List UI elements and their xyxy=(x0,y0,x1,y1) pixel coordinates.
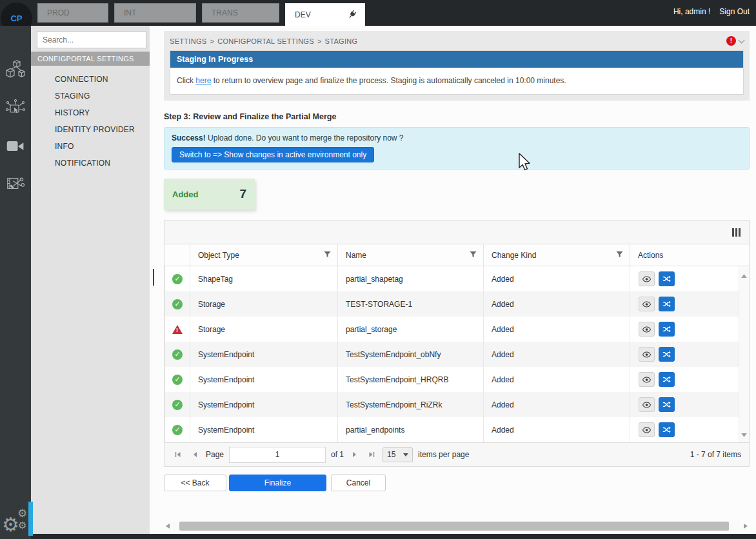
search-input[interactable] xyxy=(37,31,146,48)
text-caret-artifact xyxy=(153,269,154,286)
switch-view-button[interactable]: Switch to => Show changes in active envi… xyxy=(172,147,374,162)
shuffle-merge-icon[interactable] xyxy=(659,422,675,437)
cancel-button[interactable]: Cancel xyxy=(331,475,386,491)
funnel-icon[interactable] xyxy=(616,251,623,260)
breadcrumb-configportal-settings[interactable]: CONFIGPORTAL SETTINGS xyxy=(217,37,314,45)
name-cell: TestSystemEndpoint_obNfy xyxy=(337,342,483,367)
status-cell xyxy=(164,266,190,291)
video-camera-icon[interactable] xyxy=(6,138,25,157)
shuffle-merge-icon[interactable] xyxy=(659,397,675,412)
name-cell: partial_endpoints xyxy=(337,417,483,442)
columns-icon[interactable] xyxy=(732,228,741,237)
column-header-change-kind[interactable]: Change Kind xyxy=(483,244,630,266)
sidebar-menu-item[interactable]: IDENTITY PROVIDER xyxy=(31,121,150,138)
status-icon xyxy=(172,349,183,360)
scroll-right-icon[interactable] xyxy=(742,524,750,529)
page-size-select[interactable]: 15 xyxy=(383,447,413,462)
table-vertical-scrollbar[interactable] xyxy=(739,266,749,442)
page-number-input[interactable] xyxy=(229,447,326,463)
settings-gears-icon[interactable]: ⚙ ⚙ ⚙ xyxy=(2,505,30,535)
eye-icon[interactable] xyxy=(639,422,655,437)
workflow-touch-icon[interactable] xyxy=(5,98,26,122)
menu-section-header: CONFIGPORTAL SETTINGS xyxy=(31,52,150,66)
cubes-icon[interactable] xyxy=(5,59,26,84)
shuffle-merge-icon[interactable] xyxy=(659,297,675,311)
change-kind-cell: Added xyxy=(483,367,630,392)
scrollbar-thumb[interactable] xyxy=(179,522,729,531)
sign-out-link[interactable]: Sign Out xyxy=(719,7,750,16)
breadcrumb-region: SETTINGS > CONFIGPORTAL SETTINGS > STAGI… xyxy=(164,31,750,101)
next-icon[interactable] xyxy=(349,448,361,461)
main-content: SETTINGS > CONFIGPORTAL SETTINGS > STAGI… xyxy=(150,26,756,534)
sidebar-menu-item[interactable]: CONNECTION xyxy=(31,71,150,88)
column-header-object-type[interactable]: Object Type xyxy=(190,244,337,266)
overview-link[interactable]: here xyxy=(195,76,211,85)
plug-icon xyxy=(346,8,359,21)
column-header-name[interactable]: Name xyxy=(337,244,483,266)
sidebar-menu-item[interactable]: STAGING xyxy=(31,88,150,104)
chevron-down-icon xyxy=(403,453,408,456)
back-button[interactable]: << Back xyxy=(164,475,226,491)
grid-pager: Page of 1 15 items per page 1 - 7 of 7 i… xyxy=(164,442,749,466)
change-kind-cell: Added xyxy=(483,266,630,291)
items-per-page-label: items per page xyxy=(418,450,469,459)
media-edit-icon[interactable] xyxy=(5,173,26,196)
eye-icon[interactable] xyxy=(639,347,655,362)
table-row[interactable]: Storage partial_storage Added xyxy=(164,317,739,342)
alerts-dropdown[interactable]: ! xyxy=(726,36,744,46)
breadcrumb-staging[interactable]: STAGING xyxy=(325,37,358,45)
table-body: ShapeTag partial_shapetag Added xyxy=(164,266,739,442)
status-icon xyxy=(172,299,183,309)
scroll-up-icon[interactable] xyxy=(741,269,747,280)
user-area: Hi, admin ! Sign Out xyxy=(673,7,750,16)
env-tab-int[interactable]: INT xyxy=(114,3,196,23)
eye-icon[interactable] xyxy=(639,397,655,412)
seek-first-icon[interactable] xyxy=(172,448,184,461)
env-tab-trans[interactable]: TRANS xyxy=(202,3,279,23)
scroll-down-icon[interactable] xyxy=(741,428,747,440)
change-kind-cell: Added xyxy=(483,417,630,442)
funnel-icon[interactable] xyxy=(324,251,331,260)
shuffle-merge-icon[interactable] xyxy=(659,372,675,387)
user-greeting[interactable]: Hi, admin ! xyxy=(673,7,710,16)
table-row[interactable]: Storage TEST-STORAGE-1 Added xyxy=(164,291,739,317)
status-icon xyxy=(172,400,183,410)
table-row[interactable]: SystemEndpoint TestSystemEndpoint_RiZRk … xyxy=(164,392,739,417)
icon-rail: ⚙ ⚙ ⚙ xyxy=(0,26,31,539)
status-cell xyxy=(164,392,190,417)
chevron-down-icon xyxy=(739,37,745,43)
scroll-left-icon[interactable] xyxy=(164,524,172,529)
actions-cell xyxy=(630,342,739,367)
table-row[interactable]: SystemEndpoint TestSystemEndpoint_obNfy … xyxy=(164,342,739,367)
horizontal-scrollbar[interactable] xyxy=(164,521,750,531)
shuffle-merge-icon[interactable] xyxy=(659,322,675,337)
table-row[interactable]: ShapeTag partial_shapetag Added xyxy=(164,266,739,291)
sidebar-menu-item[interactable]: NOTIFICATION xyxy=(31,155,150,172)
finalize-button[interactable]: Finalize xyxy=(229,475,326,491)
eye-icon[interactable] xyxy=(639,271,655,286)
table-row[interactable]: SystemEndpoint TestSystemEndpoint_HRQRB … xyxy=(164,367,739,392)
sidebar-menu-item[interactable]: INFO xyxy=(31,138,150,155)
settings-menu: CONNECTION STAGING HISTORY IDENTITY PROV… xyxy=(31,71,150,172)
status-cell xyxy=(164,417,190,442)
grid-toolbar xyxy=(164,220,749,244)
eye-icon[interactable] xyxy=(639,372,655,387)
sidebar-menu-item[interactable]: HISTORY xyxy=(31,104,150,121)
prev-icon[interactable] xyxy=(189,448,201,461)
shuffle-merge-icon[interactable] xyxy=(659,271,675,286)
env-tab-prod[interactable]: PROD xyxy=(37,3,108,23)
shuffle-merge-icon[interactable] xyxy=(659,347,675,362)
eye-icon[interactable] xyxy=(639,322,655,337)
seek-last-icon[interactable] xyxy=(366,448,377,461)
step-title: Step 3: Review and Finalize the Partial … xyxy=(164,112,750,121)
env-tab-dev[interactable]: DEV xyxy=(285,3,365,26)
table-row[interactable]: SystemEndpoint partial_endpoints Added xyxy=(164,417,739,442)
actions-cell xyxy=(630,417,739,442)
object-type-cell: SystemEndpoint xyxy=(190,342,337,367)
top-bar: CP PROD INT TRANS DEV Hi, admin ! Sign O… xyxy=(0,0,756,26)
scrollbar-track[interactable] xyxy=(172,522,742,531)
funnel-icon[interactable] xyxy=(470,251,477,260)
grid-header: Object Type Name Change Kind Actions xyxy=(164,244,749,266)
eye-icon[interactable] xyxy=(639,297,655,311)
breadcrumb-settings[interactable]: SETTINGS xyxy=(170,37,206,45)
